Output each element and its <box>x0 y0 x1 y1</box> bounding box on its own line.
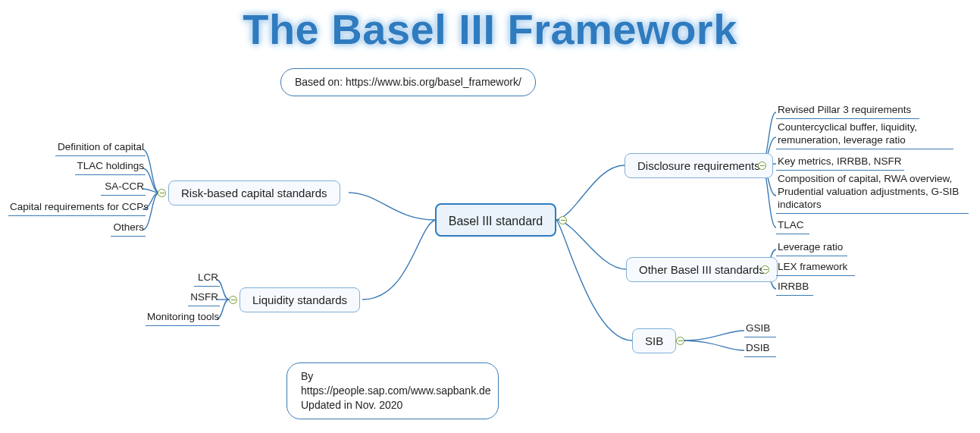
leaf-monitoring-tools[interactable]: Monitoring tools <box>146 311 220 326</box>
subtitle-pill: Based on: https://www.bis.org/basel_fram… <box>280 68 536 96</box>
footer-credit: By https://people.sap.com/www.sapbank.de… <box>286 362 499 419</box>
page-title: The Basel III Framework <box>0 5 980 54</box>
toggle-liquidity[interactable] <box>229 296 237 304</box>
leaf-definition-of-capital[interactable]: Definition of capital <box>55 141 146 156</box>
leaf-lcr[interactable]: LCR <box>194 271 220 287</box>
branch-sib[interactable]: SIB <box>632 328 676 353</box>
toggle-risk[interactable] <box>158 189 166 197</box>
leaf-others[interactable]: Others <box>111 221 146 237</box>
leaf-dsib[interactable]: DSIB <box>744 342 776 357</box>
branch-disclosure-requirements[interactable]: Disclosure requirements <box>625 153 773 178</box>
toggle-disclosure[interactable] <box>758 162 766 170</box>
leaf-nsfr[interactable]: NSFR <box>188 291 220 306</box>
leaf-tlac[interactable]: TLAC <box>776 219 809 234</box>
leaf-composition-of-capital[interactable]: Composition of capital, RWA overview, Pr… <box>776 173 969 214</box>
toggle-sib[interactable] <box>676 337 684 345</box>
leaf-tlac-holdings[interactable]: TLAC holdings <box>75 160 146 175</box>
leaf-lex-framework[interactable]: LEX framework <box>776 261 855 276</box>
leaf-sa-ccr[interactable]: SA-CCR <box>101 180 146 196</box>
leaf-gsib[interactable]: GSIB <box>744 322 776 337</box>
leaf-revised-pillar-3[interactable]: Revised Pillar 3 requirements <box>776 104 919 119</box>
leaf-leverage-ratio[interactable]: Leverage ratio <box>776 241 847 256</box>
footer-line2: Updated in Nov. 2020 <box>301 399 402 411</box>
toggle-other[interactable] <box>761 265 769 274</box>
leaf-capital-req-ccps[interactable]: Capital requirements for CCPs <box>8 201 146 216</box>
leaf-countercyclical-buffer[interactable]: Countercyclical buffer, liquidity, remun… <box>776 121 953 149</box>
center-node-basel-iii[interactable]: Basel III standard <box>435 203 556 237</box>
toggle-center-right[interactable] <box>559 216 567 224</box>
branch-liquidity-standards[interactable]: Liquidity standards <box>240 287 360 312</box>
leaf-irrbb[interactable]: IRRBB <box>776 281 813 296</box>
branch-risk-based-capital[interactable]: Risk-based capital standards <box>168 180 340 206</box>
leaf-key-metrics[interactable]: Key metrics, IRRBB, NSFR <box>776 155 904 171</box>
footer-line1: By https://people.sap.com/www.sapbank.de <box>301 370 491 397</box>
branch-other-basel-iii[interactable]: Other Basel III standards <box>626 257 778 282</box>
